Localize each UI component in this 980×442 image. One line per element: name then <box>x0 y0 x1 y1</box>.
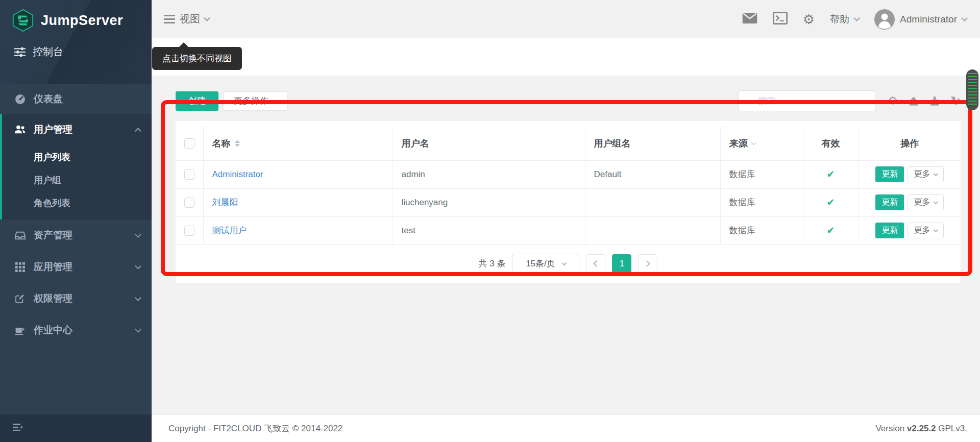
dashboard-icon <box>14 94 26 105</box>
page-header-band <box>152 38 980 76</box>
row-checkbox[interactable] <box>184 198 194 208</box>
chevron-down-icon <box>961 15 968 21</box>
column-header-username: 用户名 <box>402 138 429 149</box>
settings-gear-icon[interactable]: ⚙ <box>803 13 815 26</box>
brand-logo[interactable]: JumpServer <box>0 0 152 34</box>
filter-chevron-icon[interactable] <box>751 140 756 145</box>
more-button[interactable]: 更多 <box>908 194 944 210</box>
sidebar-item-assets[interactable]: 资产管理 <box>0 219 152 251</box>
copyright-text: Copyright - FIT2CLOUD 飞致云 © 2014-2022 <box>168 423 342 434</box>
sidebar-item-label: 资产管理 <box>34 229 136 242</box>
select-all-checkbox[interactable] <box>184 138 194 149</box>
row-checkbox[interactable] <box>184 169 194 180</box>
chevron-down-icon[interactable] <box>747 97 752 103</box>
create-button[interactable]: 创建 <box>176 91 218 111</box>
edit-icon <box>14 293 26 304</box>
page-size-select[interactable]: 15条/页 <box>512 254 579 274</box>
inbox-icon <box>14 231 26 240</box>
username-cell: admin <box>402 169 425 179</box>
username-cell: liuchenyang <box>402 198 448 207</box>
table-row: 刘晨阳 liuchenyang 数据库 ✔ 更新 更多 <box>176 188 961 216</box>
user-name-link[interactable]: 测试用户 <box>212 226 247 235</box>
sidebar-item-applications[interactable]: 应用管理 <box>0 251 152 283</box>
table-row: Administrator admin Default 数据库 ✔ 更新 更多 <box>176 160 961 188</box>
mail-icon[interactable] <box>742 12 757 27</box>
upload-icon[interactable] <box>909 96 919 106</box>
help-menu[interactable]: 帮助 <box>830 13 859 26</box>
source-cell: 数据库 <box>729 169 755 179</box>
sidebar-item-user-group[interactable]: 用户组 <box>2 168 152 191</box>
sidebar-group-users: 用户管理 用户列表 用户组 角色列表 <box>0 114 152 219</box>
sidebar-nav: 仪表盘 用户管理 用户列表 用户组 <box>0 84 152 346</box>
chevron-down-icon <box>853 15 860 21</box>
sidebar-item-user-list[interactable]: 用户列表 <box>2 145 152 168</box>
user-name-link[interactable]: 刘晨阳 <box>212 198 238 207</box>
usergroup-cell: Default <box>594 169 622 179</box>
hamburger-icon <box>164 15 175 23</box>
console-label: 控制台 <box>33 45 63 59</box>
sidebar-header: JumpServer 控制台 <box>0 0 152 84</box>
sidebar-item-label: 应用管理 <box>34 260 136 274</box>
table-settings-gear-icon[interactable]: ⚙ <box>888 95 898 107</box>
tooltip-text: 点击切换不同视图 <box>162 54 232 63</box>
license-label: GPLv3. <box>938 424 967 433</box>
source-cell: 数据库 <box>729 226 755 235</box>
scrollbar-stripes <box>968 73 977 107</box>
table-row: 测试用户 test 数据库 ✔ 更新 更多 <box>176 216 961 244</box>
view-switcher[interactable]: 视图 <box>164 12 209 26</box>
topbar: 视图 ⚙ 帮助 <box>152 0 980 38</box>
refresh-icon[interactable]: ↻ <box>950 95 961 107</box>
more-actions-button[interactable]: 更多操作 <box>223 91 288 111</box>
column-header-source[interactable]: 来源 <box>729 137 748 150</box>
jumpserver-logo-icon <box>11 9 35 32</box>
more-button[interactable]: 更多 <box>908 166 944 182</box>
update-button[interactable]: 更新 <box>875 194 904 210</box>
username-label: Administrator <box>900 14 957 25</box>
version-number: v2.25.2 <box>907 424 936 433</box>
sort-icon[interactable] <box>235 140 240 147</box>
search-box <box>739 90 875 111</box>
topbar-right: ⚙ 帮助 Administrator <box>742 9 967 30</box>
chevron-down-icon <box>273 97 278 103</box>
prev-page-button[interactable] <box>586 254 605 274</box>
more-button[interactable]: 更多 <box>908 223 944 238</box>
column-header-usergroup: 用户组名 <box>594 138 631 149</box>
table-toolbar: 创建 更多操作 ⚙ <box>152 76 980 111</box>
next-page-button[interactable] <box>638 254 657 274</box>
chevron-down-icon <box>135 231 141 238</box>
more-actions-label: 更多操作 <box>234 95 268 107</box>
collapse-sidebar-icon[interactable] <box>12 423 23 434</box>
page-1-button[interactable]: 1 <box>612 254 631 274</box>
sidebar-item-label: 用户管理 <box>34 123 136 136</box>
sliders-icon <box>14 47 26 57</box>
view-label: 视图 <box>180 12 200 26</box>
pagination: 共 3 条 15条/页 1 <box>176 245 961 283</box>
search-input[interactable] <box>758 96 850 106</box>
sidebar-item-user-management[interactable]: 用户管理 <box>2 114 152 145</box>
valid-check-icon: ✔ <box>827 197 835 208</box>
sidebar-footer <box>0 414 152 442</box>
sidebar-item-permissions[interactable]: 权限管理 <box>0 283 152 314</box>
update-button[interactable]: 更新 <box>875 166 904 182</box>
sidebar-item-job-center[interactable]: 作业中心 <box>0 314 152 346</box>
valid-check-icon: ✔ <box>827 169 835 180</box>
content-area: 创建 更多操作 ⚙ <box>152 76 980 414</box>
sidebar-item-console[interactable]: 控制台 <box>0 45 152 59</box>
brand-name: JumpServer <box>41 13 123 29</box>
chevron-up-icon <box>135 128 141 134</box>
web-terminal-icon[interactable] <box>773 12 788 27</box>
row-checkbox[interactable] <box>184 226 194 236</box>
download-icon[interactable] <box>929 96 940 106</box>
update-button[interactable]: 更新 <box>875 223 904 238</box>
user-name-link[interactable]: Administrator <box>212 169 263 179</box>
sidebar-item-dashboard[interactable]: 仪表盘 <box>0 84 152 114</box>
column-header-name[interactable]: 名称 <box>212 137 231 150</box>
users-icon <box>14 125 26 135</box>
sidebar-item-label: 仪表盘 <box>34 92 140 106</box>
scrollbar-thumb[interactable] <box>966 69 978 110</box>
user-menu[interactable]: Administrator <box>874 9 967 30</box>
more-label: 更多 <box>914 225 930 236</box>
sidebar-item-role-list[interactable]: 角色列表 <box>2 191 152 214</box>
sidebar: JumpServer 控制台 仪表盘 <box>0 0 152 442</box>
source-cell: 数据库 <box>729 198 755 207</box>
